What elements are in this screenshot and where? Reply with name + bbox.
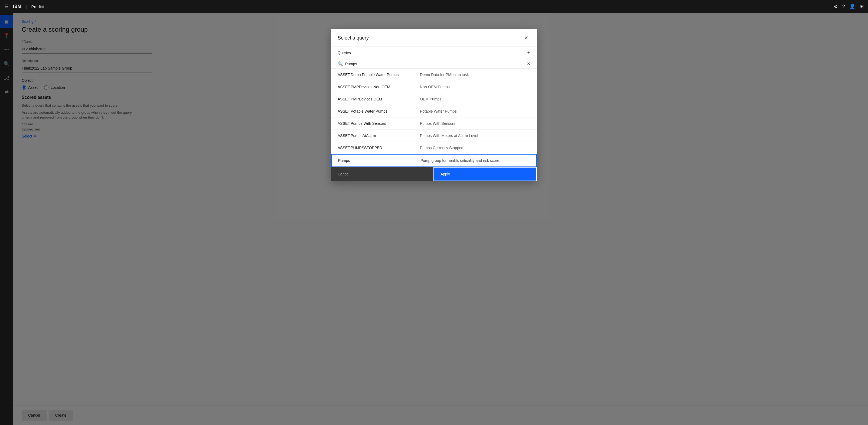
search-row: 🔍 ✕ (331, 59, 537, 69)
topnav-actions: ⚙ ? 👤 ⊞ (834, 3, 864, 9)
settings-icon[interactable]: ⚙ (834, 3, 838, 9)
modal-header: Select a query ✕ (331, 29, 537, 47)
modal-title: Select a query (338, 35, 369, 41)
query-row-name: ASSET:PUMPSSTOPPED (338, 146, 413, 150)
query-row-name: ASSET:PMPDevices Non-OEM (338, 85, 413, 89)
modal-apply-button[interactable]: Apply (433, 167, 537, 181)
apps-icon[interactable]: ⊞ (860, 3, 864, 9)
search-input[interactable] (345, 62, 525, 66)
query-row-name: ASSET:PumpsAtAlarm (338, 133, 413, 138)
search-clear-button[interactable]: ✕ (527, 61, 530, 66)
query-row-desc: Demo Data for PMI cron task (420, 72, 530, 77)
query-row-name: ASSET:PMPDevices OEM (338, 97, 413, 101)
query-row-desc: OEM Pumps (420, 97, 530, 101)
query-row[interactable]: ASSET:Potable Water PumpsPotable Water P… (331, 105, 537, 118)
query-list: ASSET:Demo Potable Water PumpsDemo Data … (331, 69, 537, 167)
nav-divider: | (26, 4, 27, 9)
query-row[interactable]: ASSET:PMPDevices Non-OEMNon-OEM Pumps (331, 81, 537, 93)
query-row-name: ASSET:Demo Potable Water Pumps (338, 72, 413, 77)
top-navigation: ☰ IBM | Predict ⚙ ? 👤 ⊞ (0, 0, 868, 13)
queries-label: Queries (338, 51, 351, 55)
query-row-name: Pumps (338, 158, 414, 163)
user-icon[interactable]: 👤 (849, 3, 855, 9)
modal-footer: Cancel Apply (331, 167, 537, 181)
modal-cancel-button[interactable]: Cancel (331, 167, 433, 181)
queries-header: Queries + (331, 47, 537, 59)
query-row-desc: Pumps With Sensors (420, 121, 530, 126)
query-row-desc: Pumps Currently Stopped (420, 146, 530, 150)
product-name: Predict (31, 4, 44, 9)
query-row[interactable]: ASSET:Pumps With SensorsPumps With Senso… (331, 118, 537, 130)
search-magnifier-icon: 🔍 (338, 61, 343, 66)
add-query-button[interactable]: + (527, 50, 530, 56)
query-row-desc: Non-OEM Pumps (420, 85, 530, 89)
query-row-desc: Pumps With Meters at Alarm Level (420, 133, 530, 138)
brand-name: IBM (13, 4, 21, 9)
modal-body: Queries + 🔍 ✕ ASSET:Demo Potable Water P… (331, 47, 537, 167)
query-row-desc: Pump group for health, criticality and r… (421, 158, 530, 163)
query-row[interactable]: ASSET:PumpsAtAlarmPumps With Meters at A… (331, 130, 537, 142)
close-icon: ✕ (524, 35, 528, 41)
modal: Select a query ✕ Queries + 🔍 ✕ ASSET:Dem… (331, 29, 537, 181)
query-row[interactable]: ASSET:PUMPSSTOPPEDPumps Currently Stoppe… (331, 142, 537, 154)
query-row-desc: Potable Water Pumps (420, 109, 530, 114)
query-row[interactable]: ASSET:PMPDevices OEMOEM Pumps (331, 93, 537, 105)
query-row-name: ASSET:Pumps With Sensors (338, 121, 413, 126)
modal-overlay[interactable]: Select a query ✕ Queries + 🔍 ✕ ASSET:Dem… (0, 13, 868, 425)
help-icon[interactable]: ? (842, 4, 845, 9)
query-row-name: ASSET:Potable Water Pumps (338, 109, 413, 114)
query-row[interactable]: ASSET:Demo Potable Water PumpsDemo Data … (331, 69, 537, 81)
query-row[interactable]: PumpsPump group for health, criticality … (331, 154, 537, 167)
modal-close-button[interactable]: ✕ (522, 34, 530, 42)
menu-icon[interactable]: ☰ (4, 3, 9, 9)
